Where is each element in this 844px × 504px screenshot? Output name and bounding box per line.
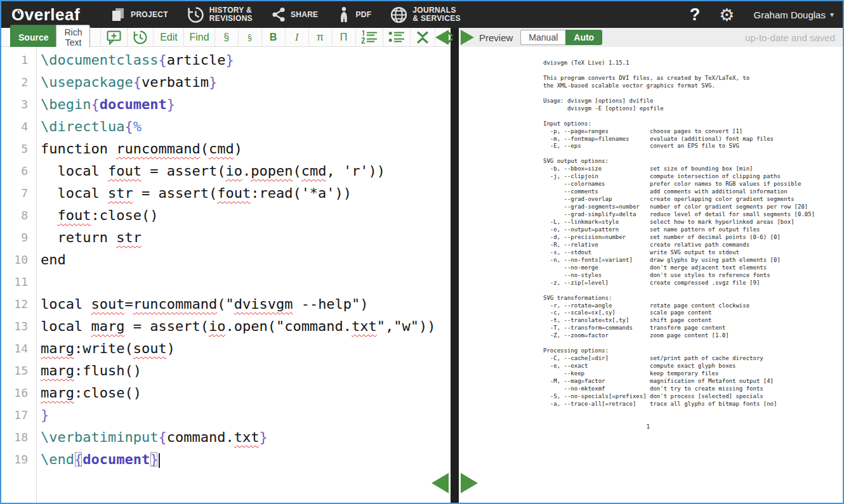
line-number: 9 xyxy=(1,226,36,249)
unfold-collapse-button[interactable] xyxy=(411,28,435,46)
code-line[interactable]: 12local sout=runcommand("dvisvgm --help"… xyxy=(1,293,451,315)
nav-journals-services[interactable]: JOURNALS & SERVICES xyxy=(390,6,460,23)
code-line[interactable]: 5function runcommand(cmd) xyxy=(1,138,451,160)
line-number: 18 xyxy=(1,426,36,448)
main-menu: PROJECT HISTORY & REVISIONS SHARE xyxy=(110,6,461,23)
code-line[interactable]: 13local marg = assert(io.open("command.t… xyxy=(1,315,451,337)
italic-button[interactable]: I xyxy=(286,28,309,46)
code-line[interactable]: 18\verbatiminput{command.txt} xyxy=(1,426,451,448)
editor-buttons: Edit Find § § B I π Π xyxy=(100,28,459,46)
line-number: 13 xyxy=(1,315,36,337)
editor-pane: Source Rich Text xyxy=(1,28,451,503)
overleaf-logo-text: Overleaf xyxy=(11,5,80,25)
code-line[interactable]: 7 local str = assert(fout:read('*a')) xyxy=(1,182,451,204)
subsection-button[interactable]: § xyxy=(239,28,262,46)
undo-history-button[interactable] xyxy=(128,28,154,46)
add-comment-button[interactable] xyxy=(101,28,128,46)
line-number: 3 xyxy=(1,93,36,115)
user-menu[interactable]: Graham Douglas ▾ xyxy=(754,10,834,20)
line-number: 17 xyxy=(1,404,36,426)
code-line[interactable]: 2\usepackage{verbatim} xyxy=(1,71,451,93)
code-area: 1\documentclass{article}2\usepackage{ver… xyxy=(1,49,451,470)
code-line[interactable]: 4\directlua{% xyxy=(1,115,451,138)
leaf-icon xyxy=(14,10,21,18)
source-tab[interactable]: Source xyxy=(10,25,56,50)
nav-pdf-label: PDF xyxy=(355,11,371,19)
collapse-icon xyxy=(416,30,430,44)
nav-project-label: PROJECT xyxy=(131,11,168,19)
edit-menu-button[interactable]: Edit xyxy=(154,28,184,46)
code-line[interactable]: 17} xyxy=(1,404,451,426)
globe-icon xyxy=(390,6,407,23)
pdf-person-icon xyxy=(337,6,350,23)
gear-icon[interactable]: ⚙ xyxy=(719,6,734,23)
main-split: Source Rich Text xyxy=(1,28,843,503)
navbar-right: ? ⚙ Graham Douglas ▾ xyxy=(690,5,843,25)
code-line[interactable]: 15marg:flush() xyxy=(1,359,451,382)
pane-divider[interactable] xyxy=(451,28,459,503)
preview-pane: Preview Manual Auto up-to-date and saved… xyxy=(459,28,843,503)
line-number: 16 xyxy=(1,382,36,404)
preview-toolbar: Preview Manual Auto up-to-date and saved xyxy=(459,28,843,47)
line-number: 15 xyxy=(1,359,36,382)
collapse-editor-arrow[interactable] xyxy=(435,30,449,45)
nav-project[interactable]: PROJECT xyxy=(110,7,168,22)
numbered-list-button[interactable] xyxy=(356,28,383,46)
caret-down-icon: ▾ xyxy=(830,10,834,19)
code-line[interactable]: 6 local fout = assert(io.popen(cmd, 'r')… xyxy=(1,160,451,182)
user-name: Graham Douglas xyxy=(754,10,826,20)
display-math-button[interactable]: Π xyxy=(333,28,356,46)
bullet-list-icon xyxy=(388,30,405,44)
manual-compile-button[interactable]: Manual xyxy=(520,30,565,45)
line-number: 1 xyxy=(1,49,36,71)
help-button[interactable]: ? xyxy=(690,5,701,25)
bullet-list-button[interactable] xyxy=(383,28,411,46)
auto-compile-button[interactable]: Auto xyxy=(565,30,602,45)
compile-mode-toggle: Manual Auto xyxy=(520,30,602,45)
pdf-page-text: dvisvgm (TeX Live) 1.15.1 This program c… xyxy=(543,60,815,431)
history-icon xyxy=(133,30,148,45)
source-editor[interactable]: 1\documentclass{article}2\usepackage{ver… xyxy=(1,47,451,503)
code-line[interactable]: 19\end{document} xyxy=(1,448,451,470)
bottom-expand-preview-arrow[interactable] xyxy=(461,473,478,493)
overleaf-logo[interactable]: Overleaf xyxy=(11,5,80,25)
compile-status: up-to-date and saved xyxy=(745,32,843,43)
code-line[interactable]: 1\documentclass{article} xyxy=(1,49,451,71)
find-button[interactable]: Find xyxy=(184,28,214,46)
code-line[interactable]: 11 xyxy=(1,271,451,293)
line-number: 11 xyxy=(1,271,36,293)
preview-label: Preview xyxy=(479,32,513,43)
line-number: 14 xyxy=(1,337,36,359)
nav-journals-label: JOURNALS & SERVICES xyxy=(412,6,460,23)
gutter-divider xyxy=(36,47,37,503)
nav-share[interactable]: SHARE xyxy=(272,7,319,22)
code-line[interactable]: 9 return str xyxy=(1,226,451,249)
nav-pdf[interactable]: PDF xyxy=(337,6,371,23)
code-line[interactable]: 10end xyxy=(1,249,451,271)
inline-math-button[interactable]: π xyxy=(309,28,333,46)
line-number: 5 xyxy=(1,138,36,160)
numbered-list-icon xyxy=(361,30,378,44)
comment-plus-icon xyxy=(106,30,122,45)
line-number: 10 xyxy=(1,249,36,271)
bottom-collapse-editor-arrow[interactable] xyxy=(432,473,449,493)
line-number: 19 xyxy=(1,448,36,470)
history-clock-icon xyxy=(187,6,204,23)
section-button[interactable]: § xyxy=(215,28,239,46)
share-icon xyxy=(272,7,286,22)
expand-preview-arrow[interactable] xyxy=(461,30,474,45)
pdf-preview[interactable]: dvisvgm (TeX Live) 1.15.1 This program c… xyxy=(459,47,843,503)
line-number: 8 xyxy=(1,204,36,226)
rich-text-tab[interactable]: Rich Text xyxy=(56,25,90,50)
code-line[interactable]: 8 fout:close() xyxy=(1,204,451,226)
mode-toggle: Source Rich Text xyxy=(10,25,90,50)
code-line[interactable]: 14marg:write(sout) xyxy=(1,337,451,359)
bold-button[interactable]: B xyxy=(262,28,286,46)
code-line[interactable]: 3\begin{document} xyxy=(1,93,451,115)
nav-history-revisions[interactable]: HISTORY & REVISIONS xyxy=(187,6,253,23)
code-line[interactable]: 16marg:close() xyxy=(1,382,451,404)
line-number: 4 xyxy=(1,115,36,138)
line-number: 7 xyxy=(1,182,36,204)
line-number: 12 xyxy=(1,293,36,315)
overleaf-app: { "colors": { "accent_green": "#418944",… xyxy=(0,0,844,504)
